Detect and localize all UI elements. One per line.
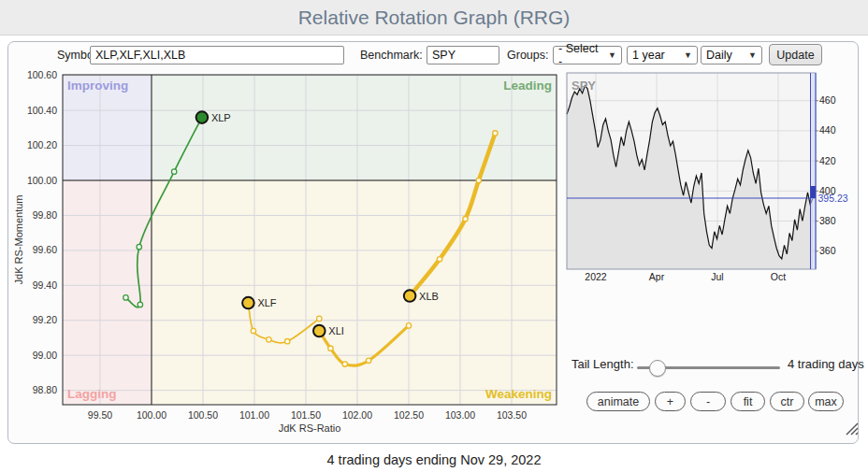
svg-text:102.00: 102.00 [342, 409, 372, 421]
rrg-tail-point [366, 358, 370, 363]
page-title: Relative Rotation Graph (RRG) [298, 7, 571, 29]
svg-text:101.00: 101.00 [239, 409, 269, 421]
rrg-tail-point [172, 169, 177, 174]
chart-caption: 4 trading days ending Nov 29, 2022 [0, 452, 868, 467]
quadrant-label-weakening: Weakening [485, 387, 552, 401]
tail-length-slider-thumb[interactable] [649, 360, 666, 377]
rrg-head-XLB[interactable] [404, 290, 416, 302]
svg-text:100.40: 100.40 [27, 105, 57, 116]
symbols-input[interactable] [90, 46, 344, 64]
svg-text:99.20: 99.20 [33, 314, 57, 325]
rrg-head-XLI[interactable] [313, 325, 326, 337]
rrg-tail-point [476, 178, 481, 182]
svg-text:440: 440 [819, 124, 836, 136]
rrg-tail-point [137, 302, 142, 307]
svg-text:99.80: 99.80 [33, 209, 57, 221]
benchmark-input[interactable] [427, 46, 499, 64]
svg-text:99.00: 99.00 [33, 350, 57, 361]
rrg-tail-point [317, 316, 322, 321]
rrg-tail-point [437, 257, 441, 262]
zoom-in-button[interactable]: + [655, 392, 686, 411]
svg-text:98.80: 98.80 [33, 384, 57, 395]
rrg-symbol-label: XLI [328, 325, 344, 336]
svg-text:100.00: 100.00 [137, 409, 166, 421]
svg-text:Jul: Jul [711, 271, 723, 282]
svg-text:99.40: 99.40 [33, 279, 57, 291]
quadrant-weakening [152, 180, 557, 405]
svg-text:460: 460 [819, 94, 836, 106]
benchmark-label: Benchmark: [360, 49, 423, 62]
svg-text:103.50: 103.50 [497, 409, 527, 421]
svg-text:Apr: Apr [649, 271, 665, 282]
svg-text:100.20: 100.20 [27, 139, 57, 150]
frequency-select[interactable]: Daily ▼ [701, 46, 762, 64]
rrg-tail-point [267, 337, 271, 342]
quadrant-leading [152, 75, 557, 180]
y-axis-label: JdK RS-Momentum [13, 195, 24, 285]
rrg-chart[interactable]: XLPXLFXLIXLBImprovingLeadingLaggingWeake… [0, 67, 569, 441]
spy-title: SPY [571, 79, 596, 93]
frequency-select-value: Daily [706, 49, 732, 62]
svg-text:100.00: 100.00 [27, 175, 57, 186]
svg-text:2022: 2022 [585, 271, 607, 282]
rrg-tail-point [463, 216, 468, 221]
tail-length-value: 4 trading days [788, 357, 864, 371]
rrg-symbol-label: XLB [419, 291, 439, 302]
zoom-out-button[interactable]: - [690, 392, 726, 411]
update-button[interactable]: Update [769, 44, 822, 65]
svg-text:380: 380 [819, 215, 836, 226]
quadrant-lagging [63, 180, 152, 405]
animate-button[interactable]: animate [586, 392, 650, 411]
quadrant-label-lagging: Lagging [67, 387, 117, 401]
svg-text:99.50: 99.50 [88, 409, 112, 421]
period-select-value: 1 year [632, 49, 665, 62]
groups-select-value: - Select - [558, 42, 604, 68]
quadrant-label-leading: Leading [503, 79, 552, 93]
x-axis-label: JdK RS-Ratio [279, 422, 341, 434]
max-button[interactable]: max [808, 392, 844, 411]
rrg-tail-point [123, 295, 128, 300]
fit-button[interactable]: fit [731, 392, 765, 411]
rrg-tail-point [406, 323, 411, 328]
rrg-symbol-label: XLF [257, 297, 276, 308]
rrg-tail-point [137, 244, 141, 249]
groups-select[interactable]: - Select - ▼ [553, 46, 622, 64]
rrg-symbol-label: XLP [211, 112, 231, 123]
svg-text:360: 360 [819, 245, 836, 256]
title-bar: Relative Rotation Graph (RRG) [0, 0, 868, 36]
last-price-label: 395.23 [818, 193, 848, 204]
svg-text:99.60: 99.60 [33, 244, 57, 255]
last-price-marker [811, 186, 817, 198]
tail-period-band [811, 73, 817, 269]
rrg-tail-point [251, 328, 255, 333]
svg-text:100.60: 100.60 [27, 69, 57, 80]
chevron-down-icon: ▼ [748, 50, 757, 60]
svg-text:102.50: 102.50 [394, 409, 424, 421]
rrg-head-XLF[interactable] [242, 297, 254, 309]
rrg-tail-point [285, 339, 290, 344]
resize-handle-icon[interactable] [842, 419, 861, 437]
quadrant-label-improving: Improving [67, 79, 128, 93]
chevron-down-icon: ▼ [684, 50, 692, 60]
chevron-down-icon: ▼ [608, 50, 616, 60]
groups-label: Groups: [507, 49, 548, 62]
rrg-tail-point [342, 362, 347, 366]
svg-text:101.50: 101.50 [291, 409, 321, 421]
center-button[interactable]: ctr [770, 392, 804, 411]
svg-text:100.50: 100.50 [188, 409, 218, 421]
svg-text:Oct: Oct [771, 271, 786, 282]
period-select[interactable]: 1 year ▼ [627, 46, 698, 64]
tail-length-label: Tail Length: [571, 357, 634, 371]
svg-text:103.00: 103.00 [445, 409, 475, 421]
rrg-head-XLP[interactable] [196, 111, 209, 123]
rrg-tail-point [493, 131, 498, 136]
svg-text:420: 420 [819, 155, 836, 166]
rrg-tail-point [328, 346, 333, 350]
spy-chart: SPY360380400420440460395.232022AprJulOct [561, 69, 851, 286]
